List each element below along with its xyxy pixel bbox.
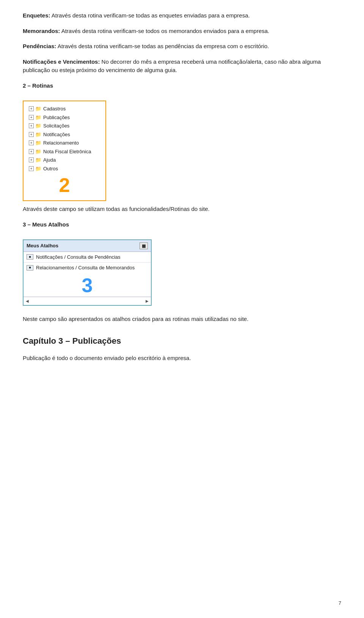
folder-icon: 📁 <box>35 156 41 164</box>
tree-item[interactable]: +📁Relacionamento <box>29 139 100 147</box>
enquetes-label: Enquetes: <box>23 12 50 19</box>
folder-icon: 📁 <box>35 139 41 147</box>
atalhos-number: 3 <box>24 275 151 295</box>
memorandos-text: Através desta rotina verificam-se todos … <box>60 28 269 34</box>
plus-icon: + <box>29 157 34 162</box>
atalhos-description: Neste campo são apresentados os atalhos … <box>23 315 341 324</box>
section-notificacoes: Notificações e Vencimentos: No decorrer … <box>23 58 341 75</box>
notificacoes-label: Notificações e Vencimentos: <box>23 58 100 65</box>
section-pendencias: Pendências: Através desta rotina verific… <box>23 42 341 51</box>
plus-icon: + <box>29 149 34 154</box>
folder-icon: 📁 <box>35 122 41 130</box>
tree-label: Solicitações <box>43 122 69 130</box>
atalhos-box: Meus Atalhos ▦ ■ Notificações / Consulta… <box>23 239 152 306</box>
chapter-title: Capítulo 3 – Publicações <box>23 335 341 347</box>
scroll-left-icon[interactable]: ◀ <box>26 298 29 304</box>
atalhos-row-icon-0: ■ <box>27 254 33 259</box>
tree-label: Cadastros <box>43 105 66 113</box>
atalhos-footer: ◀ ▶ <box>24 297 151 305</box>
memorandos-label: Memorandos: <box>23 28 60 34</box>
atalhos-body: ■ Notificações / Consulta de Pendências … <box>24 252 151 273</box>
tree-item[interactable]: +📁Nota Fiscal Eletrônica <box>29 148 100 156</box>
atalhos-row-label-1: Relacionamentos / Consulta de Memorandos <box>36 264 135 272</box>
atalhos-wrapper: Meus Atalhos ▦ ■ Notificações / Consulta… <box>23 234 152 310</box>
atalhos-heading: 3 – Meus Atalhos <box>23 220 341 229</box>
tree-item[interactable]: +📁Solicitações <box>29 122 100 130</box>
plus-icon: + <box>29 166 34 171</box>
atalhos-row-icon-1: ■ <box>27 265 33 270</box>
tree-item[interactable]: +📁Cadastros <box>29 105 100 113</box>
rotinas-heading: 2 – Rotinas <box>23 82 341 90</box>
folder-icon: 📁 <box>35 165 41 173</box>
tree-label: Notificações <box>43 131 70 138</box>
page-number: 7 <box>339 599 341 607</box>
tree-label: Outros <box>43 165 58 173</box>
tree-label: Nota Fiscal Eletrônica <box>43 148 91 156</box>
tree-item[interactable]: +📁Notificações <box>29 131 100 138</box>
section-memorandos: Memorandos: Através desta rotina verific… <box>23 27 341 36</box>
tree-item[interactable]: +📁Outros <box>29 165 100 173</box>
scroll-right-icon[interactable]: ▶ <box>146 298 149 304</box>
tree-label: Relacionamento <box>43 139 79 147</box>
section-enquetes: Enquetes: Através desta rotina verificam… <box>23 11 341 20</box>
plus-icon: + <box>29 123 34 128</box>
atalhos-header-icon: ▦ <box>140 242 148 249</box>
folder-icon: 📁 <box>35 131 41 138</box>
pendencias-label: Pendências: <box>23 43 56 49</box>
pendencias-text: Através desta rotina verificam-se todas … <box>56 43 269 49</box>
footer-text-section: Publicação é todo o documento enviado pe… <box>23 354 341 363</box>
atalhos-row-0[interactable]: ■ Notificações / Consulta de Pendências <box>24 252 151 263</box>
folder-icon: 📁 <box>35 114 41 121</box>
enquetes-text: Através desta rotina verificam-se todas … <box>50 12 250 19</box>
plus-icon: + <box>29 132 34 137</box>
tree-item[interactable]: +📁Publicações <box>29 114 100 121</box>
atalhos-description-section: Neste campo são apresentados os atalhos … <box>23 315 341 324</box>
plus-icon: + <box>29 115 34 120</box>
atalhos-row-label-0: Notificações / Consulta de Pendências <box>36 253 121 261</box>
atalhos-header-label: Meus Atalhos <box>27 242 58 250</box>
footer-text: Publicação é todo o documento enviado pe… <box>23 354 341 363</box>
rotinas-box: +📁Cadastros+📁Publicações+📁Solicitações+📁… <box>23 101 106 201</box>
folder-icon: 📁 <box>35 105 41 113</box>
plus-icon: + <box>29 140 34 145</box>
plus-icon: + <box>29 106 34 111</box>
tree-label: Ajuda <box>43 156 56 164</box>
tree-item[interactable]: +📁Ajuda <box>29 156 100 164</box>
atalhos-row-1[interactable]: ■ Relacionamentos / Consulta de Memorand… <box>24 263 151 273</box>
rotinas-description: Através deste campo se utilizam todas as… <box>23 205 341 214</box>
rotinas-description-section: Através deste campo se utilizam todas as… <box>23 205 341 214</box>
atalhos-header: Meus Atalhos ▦ <box>24 240 151 252</box>
folder-icon: 📁 <box>35 148 41 156</box>
rotinas-number: 2 <box>29 175 100 195</box>
tree-label: Publicações <box>43 114 70 121</box>
rotinas-tree: +📁Cadastros+📁Publicações+📁Solicitações+📁… <box>29 105 100 172</box>
